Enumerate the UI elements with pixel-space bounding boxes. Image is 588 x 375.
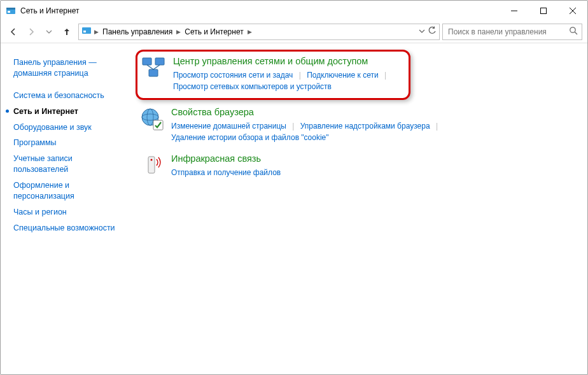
sidebar-item-accessibility[interactable]: Специальные возможности: [13, 220, 122, 236]
sidebar-item-system[interactable]: Система и безопасность: [13, 88, 122, 104]
svg-line-15: [153, 65, 160, 69]
category-infrared: Инфракрасная связь Отправка и получение …: [139, 153, 576, 178]
category-links: Просмотр состояния сети и задач | Подклю…: [173, 69, 396, 93]
window-icon: [6, 6, 16, 16]
link-view-status[interactable]: Просмотр состояния сети и задач: [173, 71, 293, 80]
svg-line-14: [147, 65, 153, 69]
svg-rect-1: [6, 8, 15, 10]
svg-point-9: [570, 27, 575, 32]
sidebar-item-hardware[interactable]: Оборудование и звук: [13, 120, 122, 136]
search-input[interactable]: [447, 27, 565, 37]
navigation-bar: ▶ Панель управления ▶ Сеть и Интернет ▶: [1, 20, 587, 43]
svg-rect-12: [155, 58, 164, 65]
svg-point-21: [151, 159, 153, 161]
refresh-button[interactable]: [428, 26, 437, 37]
svg-rect-8: [83, 31, 86, 32]
sidebar-item-appearance[interactable]: Оформление и персонализация: [13, 178, 122, 204]
category-links: Отправка и получение файлов: [171, 167, 576, 179]
link-send-receive[interactable]: Отправка и получение файлов: [171, 168, 281, 177]
link-delete-history[interactable]: Удаление истории обзора и файлов "cookie…: [171, 133, 329, 142]
infrared-icon: [139, 153, 165, 178]
nav-arrows: [6, 24, 74, 39]
forward-button[interactable]: [24, 24, 39, 39]
svg-rect-11: [143, 58, 151, 65]
recent-dropdown[interactable]: [41, 24, 57, 39]
addressbar-icon: [81, 25, 92, 38]
sidebar-home-line1: Панель управления —: [13, 58, 97, 67]
control-panel-window: Сеть и Интернет ▶ Панель управления ▶ Се…: [0, 0, 588, 375]
breadcrumb-root[interactable]: Панель управления: [101, 27, 174, 36]
category-body: Свойства браузера Изменение домашней стр…: [171, 106, 576, 144]
search-box[interactable]: [442, 24, 582, 40]
back-button[interactable]: [6, 24, 21, 39]
search-icon[interactable]: [569, 26, 578, 37]
category-browser: Свойства браузера Изменение домашней стр…: [139, 106, 576, 144]
titlebar: Сеть и Интернет: [1, 1, 587, 20]
svg-line-10: [575, 32, 577, 34]
up-button[interactable]: [59, 24, 74, 39]
sidebar: Панель управления — домашняя страница Си…: [1, 43, 128, 374]
highlighted-region: Центр управления сетями и общим доступом…: [139, 50, 576, 100]
category-body: Инфракрасная связь Отправка и получение …: [171, 153, 576, 178]
category-body: Центр управления сетями и общим доступом…: [173, 55, 396, 93]
address-bar[interactable]: ▶ Панель управления ▶ Сеть и Интернет ▶: [78, 24, 440, 40]
sidebar-item-network[interactable]: Сеть и Интернет: [13, 104, 122, 120]
svg-rect-13: [149, 69, 158, 76]
minimize-button[interactable]: [500, 1, 529, 20]
category-title[interactable]: Свойства браузера: [171, 106, 576, 118]
breadcrumb-current[interactable]: Сеть и Интернет: [183, 27, 244, 36]
category-network-sharing: Центр управления сетями и общим доступом…: [136, 50, 410, 100]
main-content: Центр управления сетями и общим доступом…: [128, 43, 587, 374]
chevron-right-icon[interactable]: ▶: [93, 29, 100, 35]
maximize-button[interactable]: [529, 1, 558, 20]
content-body: Панель управления — домашняя страница Си…: [1, 43, 587, 374]
category-links: Изменение домашней страницы | Управление…: [171, 120, 576, 144]
window-title: Сеть и Интернет: [20, 6, 79, 15]
category-title[interactable]: Инфракрасная связь: [171, 153, 576, 165]
sidebar-item-clock[interactable]: Часы и регион: [13, 204, 122, 220]
svg-rect-2: [8, 11, 10, 13]
close-button[interactable]: [558, 1, 587, 20]
chevron-right-icon[interactable]: ▶: [246, 29, 253, 35]
network-sharing-icon: [141, 55, 167, 81]
link-view-devices[interactable]: Просмотр сетевых компьютеров и устройств: [173, 82, 332, 91]
svg-rect-4: [541, 8, 547, 13]
chevron-right-icon[interactable]: ▶: [175, 29, 182, 35]
sidebar-item-accounts[interactable]: Учетные записи пользователей: [13, 151, 122, 178]
link-addons[interactable]: Управление надстройками браузера: [300, 122, 430, 131]
sidebar-home[interactable]: Панель управления — домашняя страница: [13, 55, 122, 81]
link-homepage[interactable]: Изменение домашней страницы: [171, 122, 286, 131]
sidebar-home-line2: домашняя страница: [13, 69, 88, 78]
category-title[interactable]: Центр управления сетями и общим доступом: [173, 55, 396, 67]
browser-options-icon: [139, 106, 165, 132]
sidebar-item-programs[interactable]: Программы: [13, 135, 122, 151]
address-dropdown[interactable]: [419, 27, 425, 36]
link-connect[interactable]: Подключение к сети: [307, 71, 378, 80]
window-controls: [500, 1, 587, 20]
